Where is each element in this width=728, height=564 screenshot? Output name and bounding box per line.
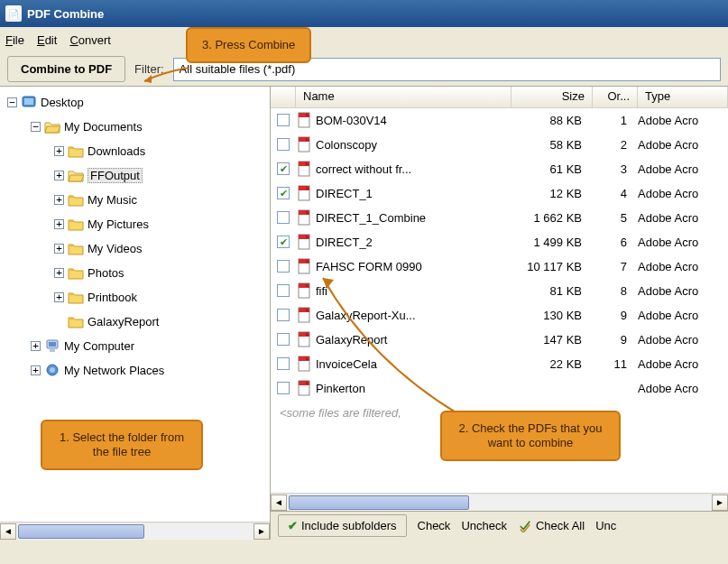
scroll-left-icon[interactable]: ◄ bbox=[271, 495, 287, 511]
pdf-icon bbox=[296, 209, 312, 226]
expand-icon[interactable]: + bbox=[54, 195, 64, 205]
tree-label[interactable]: FFOutput bbox=[88, 168, 143, 183]
expand-icon[interactable]: + bbox=[54, 146, 64, 156]
col-name[interactable]: Name bbox=[296, 87, 511, 107]
tree-node-mynetwork[interactable]: + My Network Places bbox=[0, 358, 270, 383]
tree-label[interactable]: My Pictures bbox=[88, 217, 149, 231]
menu-edit[interactable]: Edit bbox=[37, 33, 57, 47]
checkmark-icon: ✔ bbox=[288, 519, 298, 532]
tree-label[interactable]: Desktop bbox=[41, 96, 84, 109]
callout-arrow-icon bbox=[135, 63, 198, 90]
file-order: 9 bbox=[593, 309, 638, 322]
pdf-icon bbox=[296, 282, 312, 299]
file-checkbox[interactable] bbox=[277, 284, 290, 297]
file-checkbox[interactable] bbox=[277, 138, 290, 151]
file-h-scrollbar[interactable]: ◄ ► bbox=[271, 493, 728, 511]
file-name: DIRECT_1_Combine bbox=[316, 211, 426, 225]
tree-label[interactable]: Photos bbox=[88, 266, 124, 280]
scroll-right-icon[interactable]: ► bbox=[712, 495, 728, 511]
tree-node-printbook[interactable]: + Printbook bbox=[0, 285, 270, 310]
expand-icon[interactable]: + bbox=[31, 341, 41, 351]
folder-open-icon bbox=[68, 169, 84, 182]
table-row[interactable]: ✔correct without fr...61 KB3Adobe Acro bbox=[271, 157, 728, 181]
tree-node-galaxyreport[interactable]: GalaxyReport bbox=[0, 310, 270, 334]
file-checkbox[interactable] bbox=[277, 260, 290, 273]
scroll-left-icon[interactable]: ◄ bbox=[0, 523, 16, 540]
menu-convert[interactable]: Convert bbox=[69, 33, 111, 47]
col-size[interactable]: Size bbox=[511, 87, 593, 107]
tree-h-scrollbar[interactable]: ◄ ► bbox=[0, 522, 270, 540]
tree-label[interactable]: My Computer bbox=[64, 339, 134, 353]
scroll-right-icon[interactable]: ► bbox=[253, 523, 270, 540]
uncheck-button[interactable]: Uncheck bbox=[461, 519, 507, 532]
table-row[interactable]: DIRECT_1_Combine1 662 KB5Adobe Acro bbox=[271, 206, 728, 230]
table-row[interactable]: ✔DIRECT_112 KB4Adobe Acro bbox=[271, 181, 728, 206]
file-size: 130 KB bbox=[511, 309, 593, 322]
tree-node-desktop[interactable]: − Desktop bbox=[0, 90, 270, 115]
scroll-thumb[interactable] bbox=[18, 524, 144, 539]
file-name: BOM-030V14 bbox=[316, 114, 387, 127]
collapse-icon[interactable]: − bbox=[31, 122, 41, 132]
file-name: Colonscopy bbox=[316, 138, 377, 152]
expand-icon[interactable]: + bbox=[54, 292, 64, 302]
table-row[interactable]: Colonscopy58 KB2Adobe Acro bbox=[271, 133, 728, 157]
tree-node-mymusic[interactable]: + My Music bbox=[0, 188, 270, 212]
file-order: 2 bbox=[593, 138, 638, 152]
tree-node-mydocuments[interactable]: − My Documents bbox=[0, 115, 270, 139]
tree-label[interactable]: Downloads bbox=[88, 144, 145, 158]
tree-node-downloads[interactable]: + Downloads bbox=[0, 139, 270, 163]
file-checkbox[interactable] bbox=[277, 211, 290, 224]
pdf-icon bbox=[296, 112, 312, 128]
combine-to-pdf-button[interactable]: Combine to PDF bbox=[7, 56, 125, 82]
expand-icon[interactable]: + bbox=[54, 171, 64, 180]
checkall-button[interactable]: Check All bbox=[518, 519, 585, 532]
col-type[interactable]: Type bbox=[638, 87, 728, 107]
pdf-icon bbox=[296, 356, 312, 372]
expand-icon[interactable]: + bbox=[54, 244, 64, 254]
file-type: Adobe Acro bbox=[638, 114, 728, 127]
pdf-icon bbox=[296, 258, 312, 274]
tree-node-mycomputer[interactable]: + My Computer bbox=[0, 334, 270, 358]
tree-label[interactable]: My Network Places bbox=[64, 364, 164, 377]
tree-label[interactable]: My Documents bbox=[64, 120, 143, 134]
expand-icon[interactable]: + bbox=[31, 365, 41, 375]
checkall-icon bbox=[518, 520, 532, 532]
tree-label[interactable]: My Videos bbox=[88, 242, 142, 255]
include-subfolders-button[interactable]: ✔Include subfolders bbox=[278, 514, 407, 537]
tree-node-mypictures[interactable]: + My Pictures bbox=[0, 212, 270, 236]
file-checkbox[interactable]: ✔ bbox=[277, 236, 290, 248]
pdf-icon bbox=[296, 331, 312, 347]
file-checkbox[interactable] bbox=[277, 382, 290, 394]
pdf-icon bbox=[296, 307, 312, 323]
file-checkbox[interactable] bbox=[277, 357, 290, 370]
file-checkbox[interactable] bbox=[277, 309, 290, 321]
tree-node-photos[interactable]: + Photos bbox=[0, 261, 270, 285]
tree-label[interactable]: My Music bbox=[88, 193, 137, 207]
col-order[interactable]: Or... bbox=[593, 87, 638, 107]
pdf-icon bbox=[296, 136, 312, 153]
file-size: 22 KB bbox=[511, 357, 593, 371]
menu-file[interactable]: File bbox=[5, 33, 24, 47]
network-icon bbox=[44, 364, 60, 377]
file-type: Adobe Acro bbox=[638, 236, 728, 249]
scroll-thumb[interactable] bbox=[289, 495, 469, 510]
tree-node-myvideos[interactable]: + My Videos bbox=[0, 236, 270, 261]
computer-icon bbox=[44, 339, 60, 353]
file-checkbox[interactable] bbox=[277, 114, 290, 126]
pdf-icon bbox=[296, 185, 312, 201]
col-checkbox[interactable] bbox=[271, 87, 296, 107]
tree-label[interactable]: GalaxyReport bbox=[88, 315, 159, 328]
expand-icon[interactable]: + bbox=[54, 268, 64, 278]
expand-icon[interactable]: + bbox=[54, 219, 64, 229]
check-button[interactable]: Check bbox=[418, 519, 451, 532]
tree-label[interactable]: Printbook bbox=[88, 291, 137, 304]
table-row[interactable]: BOM-030V1488 KB1Adobe Acro bbox=[271, 108, 728, 133]
file-size: 1 662 KB bbox=[511, 211, 593, 225]
file-checkbox[interactable]: ✔ bbox=[277, 187, 290, 199]
uncheckall-button[interactable]: Unc bbox=[595, 519, 616, 532]
file-checkbox[interactable]: ✔ bbox=[277, 162, 290, 175]
table-row[interactable]: ✔DIRECT_21 499 KB6Adobe Acro bbox=[271, 230, 728, 254]
collapse-icon[interactable]: − bbox=[7, 97, 17, 107]
tree-node-ffoutput[interactable]: + FFOutput bbox=[0, 163, 270, 188]
file-checkbox[interactable] bbox=[277, 333, 290, 346]
